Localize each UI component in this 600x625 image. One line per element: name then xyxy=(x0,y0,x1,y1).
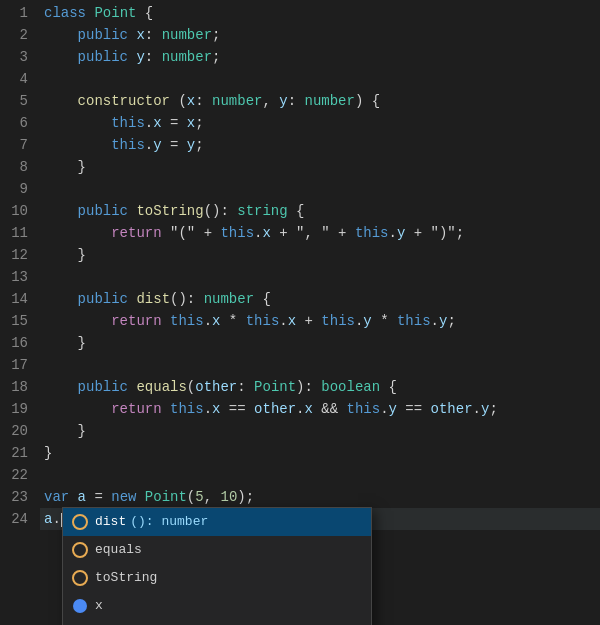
code-line-19: return this.x == other.x && this.y == ot… xyxy=(40,398,600,420)
line-number-21: 21 xyxy=(8,442,28,464)
line-number-2: 2 xyxy=(8,24,28,46)
autocomplete-label: equals xyxy=(95,539,142,561)
code-line-7: this.y = y; xyxy=(40,134,600,156)
line-number-3: 3 xyxy=(8,46,28,68)
line-number-7: 7 xyxy=(8,134,28,156)
code-line-20: } xyxy=(40,420,600,442)
code-line-13 xyxy=(40,266,600,288)
line-number-17: 17 xyxy=(8,354,28,376)
code-line-16: } xyxy=(40,332,600,354)
line-number-15: 15 xyxy=(8,310,28,332)
code-line-8: } xyxy=(40,156,600,178)
code-line-14: public dist(): number { xyxy=(40,288,600,310)
code-line-22 xyxy=(40,464,600,486)
line-number-16: 16 xyxy=(8,332,28,354)
line-number-6: 6 xyxy=(8,112,28,134)
code-line-5: constructor (x: number, y: number) { xyxy=(40,90,600,112)
autocomplete-label: toString xyxy=(95,567,157,589)
code-editor[interactable]: 123456789101112131415161718192021222324 … xyxy=(0,0,600,625)
code-line-23: var a = new Point(5, 10); xyxy=(40,486,600,508)
line-number-14: 14 xyxy=(8,288,28,310)
autocomplete-dropdown[interactable]: dist(): numberequalstoStringxy xyxy=(62,507,372,625)
line-number-22: 22 xyxy=(8,464,28,486)
line-number-4: 4 xyxy=(8,68,28,90)
autocomplete-item-dist[interactable]: dist(): number xyxy=(63,508,371,536)
line-number-13: 13 xyxy=(8,266,28,288)
code-line-11: return "(" + this.x + ", " + this.y + ")… xyxy=(40,222,600,244)
code-line-4 xyxy=(40,68,600,90)
autocomplete-item-x[interactable]: x xyxy=(63,592,371,620)
code-line-17 xyxy=(40,354,600,376)
code-line-21: } xyxy=(40,442,600,464)
line-number-18: 18 xyxy=(8,376,28,398)
code-line-6: this.x = x; xyxy=(40,112,600,134)
line-numbers: 123456789101112131415161718192021222324 xyxy=(0,0,40,625)
line-number-11: 11 xyxy=(8,222,28,244)
line-number-23: 23 xyxy=(8,486,28,508)
line-number-12: 12 xyxy=(8,244,28,266)
line-number-10: 10 xyxy=(8,200,28,222)
line-number-20: 20 xyxy=(8,420,28,442)
property-icon xyxy=(73,599,87,613)
line-number-19: 19 xyxy=(8,398,28,420)
method-icon xyxy=(72,570,88,586)
autocomplete-item-equals[interactable]: equals xyxy=(63,536,371,564)
code-line-3: public y: number; xyxy=(40,46,600,68)
line-number-5: 5 xyxy=(8,90,28,112)
code-line-18: public equals(other: Point): boolean { xyxy=(40,376,600,398)
code-line-15: return this.x * this.x + this.y * this.y… xyxy=(40,310,600,332)
method-icon xyxy=(72,542,88,558)
autocomplete-item-toString[interactable]: toString xyxy=(63,564,371,592)
method-icon xyxy=(72,514,88,530)
code-line-9 xyxy=(40,178,600,200)
line-number-9: 9 xyxy=(8,178,28,200)
autocomplete-label: x xyxy=(95,595,103,617)
code-line-1: class Point { xyxy=(40,2,600,24)
code-line-10: public toString(): string { xyxy=(40,200,600,222)
autocomplete-label: dist xyxy=(95,511,126,533)
autocomplete-item-y[interactable]: y xyxy=(63,620,371,625)
line-number-1: 1 xyxy=(8,2,28,24)
line-number-24: 24 xyxy=(8,508,28,530)
code-line-12: } xyxy=(40,244,600,266)
autocomplete-type: (): number xyxy=(130,511,208,533)
code-line-2: public x: number; xyxy=(40,24,600,46)
line-number-8: 8 xyxy=(8,156,28,178)
